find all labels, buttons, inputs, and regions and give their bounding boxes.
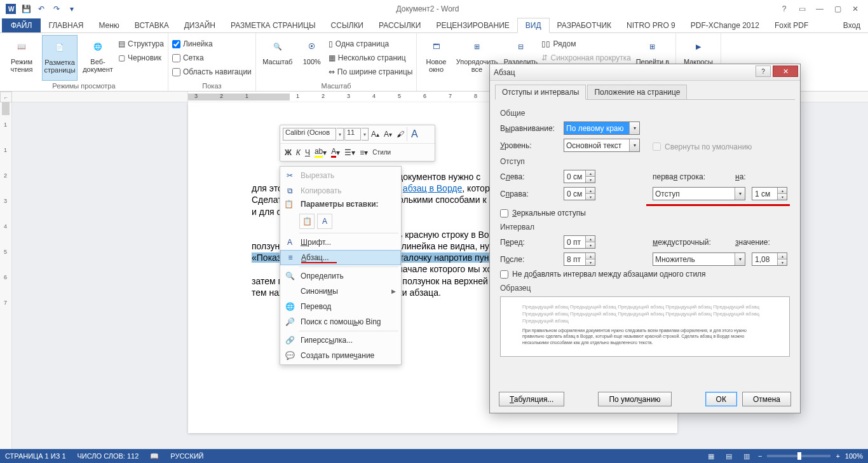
tab-pdfxchange[interactable]: PDF-XChange 2012 — [683, 18, 767, 32]
tab-review[interactable]: РЕЦЕНЗИРОВАНИЕ — [428, 18, 517, 32]
tab-menu[interactable]: Меню — [91, 18, 126, 32]
ribbon-display-icon[interactable]: ▭ — [794, 2, 810, 16]
tab-nitro[interactable]: NITRO PRO 9 — [619, 18, 683, 32]
styles-label[interactable]: Стили — [370, 146, 393, 160]
ctx-search-bing[interactable]: 🔎Поиск с помощью Bing — [280, 314, 401, 329]
cancel-button[interactable]: Отмена — [742, 392, 791, 406]
page-width-button[interactable]: ⇔По ширине страницы — [329, 66, 413, 78]
dialog-close-icon[interactable]: ✕ — [773, 66, 798, 77]
underline-icon[interactable]: Ч — [303, 146, 312, 160]
word-count[interactable]: ЧИСЛО СЛОВ: 112 — [78, 452, 139, 460]
space-after-spinner[interactable]: 8 пт▴▾ — [564, 252, 595, 266]
multi-page-button[interactable]: ▦Несколько страниц — [329, 52, 413, 64]
format-painter-icon[interactable]: 🖌 — [395, 127, 406, 141]
first-line-select[interactable]: Отступ▾ — [653, 187, 745, 200]
ctx-cut[interactable]: ✂Вырезать — [280, 168, 401, 183]
alignment-select[interactable]: По левому краю▾ — [564, 121, 640, 135]
gridlines-checkbox[interactable]: Сетка — [172, 52, 252, 64]
ctx-synonyms[interactable]: Синонимы▶ — [280, 284, 401, 299]
web-layout-view-icon[interactable]: ▥ — [740, 451, 753, 461]
dialog-titlebar[interactable]: Абзац ? ✕ — [490, 64, 800, 81]
web-layout-button[interactable]: 🌐Веб-документ — [80, 35, 116, 81]
mirror-indents-checkbox[interactable]: Зеркальные отступы — [500, 209, 790, 218]
indent-left-spinner[interactable]: 0 см▴▾ — [564, 170, 595, 183]
font-family-input[interactable]: Calibri (Основ — [283, 128, 336, 141]
tab-layout[interactable]: РАЗМЕТКА СТРАНИЦЫ — [223, 18, 323, 32]
numbering-icon[interactable]: ≡▾ — [358, 146, 370, 160]
collapse-checkbox[interactable]: Свернуты по умолчанию — [653, 142, 752, 151]
size-dropdown-icon[interactable]: ▾ — [362, 128, 369, 141]
level-select[interactable]: Основной текст▾ — [564, 139, 640, 152]
indent-right-spinner[interactable]: 0 см▴▾ — [564, 187, 595, 200]
tab-mailings[interactable]: РАССЫЛКИ — [371, 18, 428, 32]
help-icon[interactable]: ? — [776, 2, 792, 16]
default-button[interactable]: По умолчанию — [598, 392, 671, 406]
vertical-ruler[interactable]: 11 23 45 67 — [0, 102, 12, 449]
hundred-percent-button[interactable]: ⦿100% — [298, 35, 326, 81]
tab-developer[interactable]: РАЗРАБОТЧИК — [550, 18, 620, 32]
sync-scroll-button[interactable]: ⇵Синхронная прокрутка — [541, 52, 630, 64]
new-doc-icon[interactable]: ▾ — [65, 2, 79, 16]
read-mode-view-icon[interactable]: ▤ — [722, 451, 735, 461]
tab-file[interactable]: ФАЙЛ — [2, 18, 41, 32]
maximize-icon[interactable]: ▢ — [830, 2, 845, 16]
ctx-define[interactable]: 🔍Определить — [280, 268, 401, 284]
zoom-slider[interactable] — [767, 455, 831, 457]
save-icon[interactable]: 💾 — [19, 2, 33, 16]
no-space-same-style-checkbox[interactable]: Не добавлять интервал между абзацами одн… — [500, 270, 790, 279]
dialog-tab-position[interactable]: Положение на странице — [587, 85, 687, 99]
dialog-help-icon[interactable]: ? — [756, 66, 771, 77]
ok-button[interactable]: ОК — [705, 392, 737, 406]
tab-foxit[interactable]: Foxit PDF — [767, 18, 816, 32]
outline-button[interactable]: ▤Структура — [118, 38, 164, 50]
ctx-font[interactable]: AШрифт... — [280, 235, 401, 250]
ctx-copy[interactable]: ⧉Копировать — [280, 183, 401, 198]
language-status[interactable]: РУССКИЙ — [170, 452, 203, 460]
space-before-spinner[interactable]: 0 пт▴▾ — [564, 235, 595, 249]
line-spacing-select[interactable]: Множитель▾ — [653, 252, 745, 266]
tab-insert[interactable]: ВСТАВКА — [127, 18, 177, 32]
font-dropdown-icon[interactable]: ▾ — [337, 128, 344, 141]
dialog-tab-indents[interactable]: Отступы и интервалы — [495, 85, 586, 100]
tab-home[interactable]: ГЛАВНАЯ — [41, 18, 91, 32]
first-line-by-spinner[interactable]: 1 см▴▾ — [752, 187, 787, 200]
undo-icon[interactable]: ↶ — [34, 2, 48, 16]
ruler-corner[interactable]: ⌐ — [0, 92, 12, 102]
read-mode-button[interactable]: 📖Режим чтения — [4, 35, 39, 81]
tab-references[interactable]: ССЫЛКИ — [323, 18, 371, 32]
new-window-button[interactable]: 🗔Новое окно — [421, 35, 451, 88]
font-color-icon[interactable]: A▾ — [329, 146, 342, 160]
side-by-side-button[interactable]: ▯▯Рядом — [541, 38, 630, 50]
close-icon[interactable]: ✕ — [848, 2, 863, 16]
zoom-in-icon[interactable]: + — [836, 452, 839, 460]
ctx-hyperlink[interactable]: 🔗Гиперссылка... — [280, 333, 401, 348]
print-layout-button[interactable]: 📄Разметка страницы — [42, 35, 78, 81]
page-status[interactable]: СТРАНИЦА 1 ИЗ 1 — [5, 452, 66, 460]
spacing-value-spinner[interactable]: 1,08▴▾ — [752, 252, 787, 266]
zoom-out-icon[interactable]: − — [758, 452, 762, 460]
tab-view[interactable]: ВИД — [517, 18, 550, 33]
styles-button[interactable]: A — [407, 127, 420, 141]
highlight-icon[interactable]: ab▾ — [313, 146, 329, 160]
minimize-icon[interactable]: — — [812, 2, 827, 16]
ctx-paragraph[interactable]: ≡Абзац... — [280, 250, 401, 265]
spell-check-icon[interactable]: 📖 — [150, 452, 159, 460]
ctx-translate[interactable]: 🌐Перевод — [280, 299, 401, 314]
draft-button[interactable]: ▢Черновик — [118, 52, 164, 64]
ruler-checkbox[interactable]: Линейка — [172, 38, 252, 50]
zoom-button[interactable]: 🔍Масштаб — [260, 35, 295, 81]
tabs-button[interactable]: Табуляция... — [499, 392, 564, 406]
print-layout-view-icon[interactable]: ▦ — [705, 451, 717, 461]
paste-keep-source-icon[interactable]: 📋 — [299, 214, 315, 229]
italic-icon[interactable]: К — [294, 146, 302, 160]
grow-font-icon[interactable]: A▴ — [369, 127, 381, 141]
word-icon[interactable]: W — [4, 2, 18, 16]
sign-in[interactable]: Вход — [836, 18, 868, 32]
font-size-input[interactable]: 11 — [344, 128, 361, 141]
zoom-level[interactable]: 100% — [845, 452, 863, 460]
shrink-font-icon[interactable]: A▾ — [382, 127, 394, 141]
tab-design[interactable]: ДИЗАЙН — [177, 18, 223, 32]
one-page-button[interactable]: ▯Одна страница — [329, 38, 413, 50]
nav-pane-checkbox[interactable]: Область навигации — [172, 66, 252, 78]
redo-icon[interactable]: ↷ — [50, 2, 64, 16]
